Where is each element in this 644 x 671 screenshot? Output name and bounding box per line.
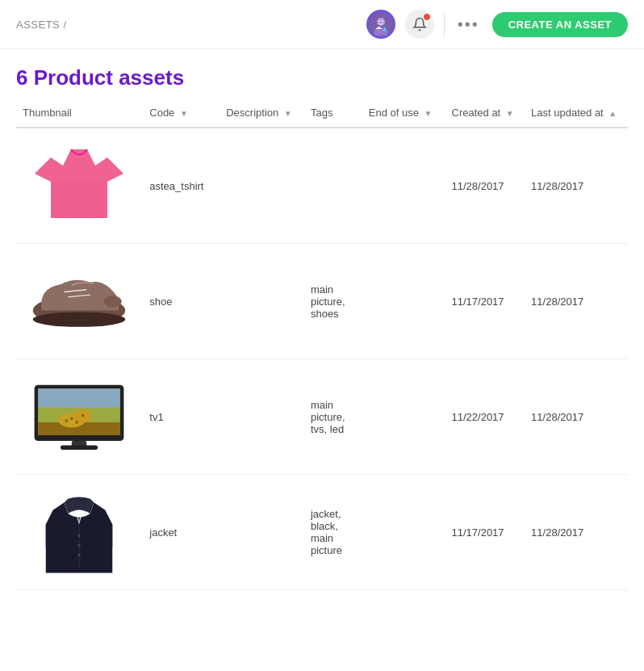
thumbnail-cell xyxy=(16,359,143,475)
create-asset-button[interactable]: CREATE AN ASSET xyxy=(492,12,628,37)
description-cell xyxy=(220,244,304,359)
tags-cell: jacket, black, main picture xyxy=(304,475,362,590)
tv-thumbnail xyxy=(31,380,128,453)
code-cell: shoe xyxy=(143,244,220,359)
col-header-tags: Tags xyxy=(304,99,362,128)
col-header-code[interactable]: Code ▼ xyxy=(143,99,220,128)
description-cell xyxy=(220,359,304,475)
col-header-thumbnail: Thumbnail xyxy=(16,99,143,128)
col-header-description[interactable]: Description ▼ xyxy=(220,99,304,128)
end-of-use-sort-icon: ▼ xyxy=(424,109,433,118)
svg-point-23 xyxy=(75,421,78,424)
svg-point-4 xyxy=(382,20,383,22)
svg-text:💧: 💧 xyxy=(382,26,388,32)
assets-table: Thumbnail Code ▼ Description ▼ Tags End … xyxy=(16,99,628,590)
last-updated-cell: 11/28/2017 xyxy=(525,128,628,244)
code-cell: jacket xyxy=(143,475,220,590)
created-sort-icon: ▼ xyxy=(506,109,514,118)
assets-table-container: Thumbnail Code ▼ Description ▼ Tags End … xyxy=(0,99,644,590)
code-cell: tv1 xyxy=(143,359,220,475)
tags-cell: main picture, tvs, led xyxy=(304,359,362,475)
svg-point-30 xyxy=(77,544,81,547)
code-sort-icon: ▼ xyxy=(180,109,188,118)
created-at-cell: 11/17/2017 xyxy=(445,244,525,359)
avatar-button[interactable]: ☁ 💧 xyxy=(366,10,395,39)
description-sort-icon: ▼ xyxy=(284,109,292,118)
divider xyxy=(444,13,445,36)
thumbnail-cell xyxy=(16,475,143,590)
svg-point-25 xyxy=(82,414,85,417)
thumbnail-cell xyxy=(16,128,143,244)
col-header-created-at[interactable]: Created at ▼ xyxy=(445,99,525,128)
table-row[interactable]: astea_tshirt 11/28/2017 11/28/2017 xyxy=(16,128,628,244)
avatar-icon: ☁ 💧 xyxy=(370,13,392,36)
notification-button[interactable] xyxy=(405,10,434,39)
table-row[interactable]: jacket jacket, black, main picture 11/17… xyxy=(16,475,628,590)
table-header: Thumbnail Code ▼ Description ▼ Tags End … xyxy=(16,99,628,128)
end-of-use-cell xyxy=(362,244,445,359)
header-actions: ☁ 💧 ••• CREATE AN ASSET xyxy=(366,10,628,39)
created-at-cell: 11/28/2017 xyxy=(445,128,525,244)
last-updated-cell: 11/28/2017 xyxy=(525,244,628,359)
svg-point-3 xyxy=(378,20,380,22)
svg-rect-17 xyxy=(38,388,120,407)
table-row[interactable]: shoe main picture, shoes 11/17/2017 11/2… xyxy=(16,244,628,359)
code-cell: astea_tshirt xyxy=(143,128,220,244)
svg-point-29 xyxy=(77,535,81,538)
end-of-use-cell xyxy=(362,359,445,475)
created-at-cell: 11/22/2017 xyxy=(445,359,525,475)
shoe-thumbnail xyxy=(31,273,128,329)
description-cell xyxy=(220,475,304,590)
created-at-cell: 11/17/2017 xyxy=(445,475,525,590)
col-header-end-of-use[interactable]: End of use ▼ xyxy=(362,99,445,128)
tags-cell xyxy=(304,128,362,244)
svg-text:☁: ☁ xyxy=(375,23,382,31)
svg-point-24 xyxy=(65,419,68,422)
svg-point-13 xyxy=(103,296,121,308)
header: ASSETS / ☁ 💧 xyxy=(0,0,644,49)
table-body: astea_tshirt 11/28/2017 11/28/2017 xyxy=(16,128,628,590)
notification-badge xyxy=(423,13,431,21)
svg-point-31 xyxy=(77,554,81,557)
description-cell xyxy=(220,128,304,244)
page-title: 6 Product assets xyxy=(16,65,628,90)
col-header-last-updated-at[interactable]: Last updated at ▲ xyxy=(525,99,628,128)
svg-point-22 xyxy=(70,417,73,420)
tshirt-thumbnail xyxy=(35,145,123,226)
updated-sort-icon: ▲ xyxy=(608,109,617,118)
breadcrumb: ASSETS / xyxy=(16,19,67,31)
page-title-section: 6 Product assets xyxy=(0,49,644,99)
table-row[interactable]: tv1 main picture, tvs, led 11/22/2017 11… xyxy=(16,359,628,475)
more-options-button[interactable]: ••• xyxy=(454,15,483,34)
svg-rect-27 xyxy=(61,446,98,451)
end-of-use-cell xyxy=(362,475,445,590)
thumbnail-cell xyxy=(16,244,143,359)
svg-point-10 xyxy=(33,312,125,326)
jacket-thumbnail xyxy=(39,488,119,577)
last-updated-cell: 11/28/2017 xyxy=(525,475,628,590)
end-of-use-cell xyxy=(362,128,445,244)
last-updated-cell: 11/28/2017 xyxy=(525,359,628,475)
tags-cell: main picture, shoes xyxy=(304,244,362,359)
svg-marker-8 xyxy=(51,182,107,218)
